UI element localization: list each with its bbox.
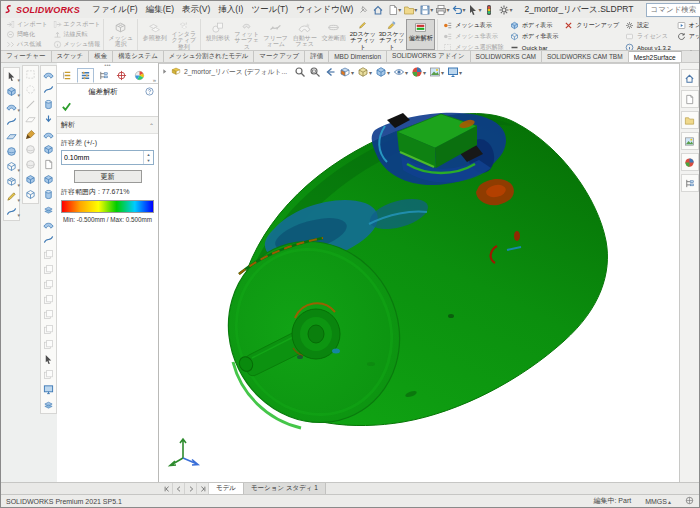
ribbon-button-meshshow-00[interactable]: メッシュ表示 — [443, 21, 504, 30]
home-icon[interactable] — [370, 3, 385, 17]
sketch-tool-4-brush-icon[interactable] — [23, 127, 38, 142]
feature-tool-22-layers-icon[interactable] — [41, 397, 56, 412]
menu-item-5[interactable]: ウィンドウ(W) — [292, 4, 357, 16]
menu-item-2[interactable]: 表示(V) — [178, 4, 214, 16]
feature-tool-9-layers-icon[interactable] — [41, 202, 56, 217]
rebuild-icon[interactable] — [481, 3, 496, 17]
collapse-chevron-icon[interactable]: ⌃ — [149, 122, 154, 129]
ribbon-tab-11[interactable]: Mesh2Surface — [629, 51, 682, 62]
ribbon-button-gear-30[interactable]: 設定 — [625, 21, 671, 30]
m2s-tool-8-pencil2d-icon[interactable]: ▾ — [4, 189, 19, 204]
hide-show-items-icon[interactable]: ▾ — [393, 66, 408, 78]
zoom-fit-icon[interactable] — [294, 66, 306, 78]
feature-tool-2-cylinder-icon[interactable] — [41, 97, 56, 112]
m2s-tool-9-curve-icon[interactable]: ▾ — [4, 204, 19, 219]
section-view-icon[interactable]: ▾ — [339, 66, 354, 78]
model-tab-0[interactable]: モデル — [209, 483, 244, 494]
m2s-tool-2-surface-icon[interactable]: ▾ — [4, 99, 19, 114]
graphics-viewport[interactable]: 2_mortor_リバース (デフォルト... ▾▾▾▾▾▾▾ — [159, 63, 681, 482]
feature-tool-7-cube-icon[interactable] — [41, 172, 56, 187]
appearances-scenes-icon[interactable] — [681, 153, 699, 171]
ribbon-tab-4[interactable]: メッシュ分割されたモデル — [164, 51, 255, 62]
ribbon-button-tutorial-40[interactable]: オンラインチュートリアル — [677, 21, 699, 30]
dimxpert-tab[interactable] — [113, 68, 130, 83]
pm-help-icon[interactable] — [145, 87, 154, 97]
previous-view-icon[interactable] — [324, 66, 336, 78]
sw-resources-icon[interactable] — [681, 69, 699, 87]
menu-item-3[interactable]: 挿入(I) — [214, 4, 247, 16]
sketch-tool-7-cube-icon[interactable] — [23, 172, 38, 187]
menu-item-4[interactable]: ツール(T) — [247, 4, 292, 16]
stepper-down-icon[interactable]: ▼ — [144, 158, 153, 165]
zoom-area-icon[interactable] — [309, 66, 321, 78]
ribbon-button-cleanup-20[interactable]: クリーンアップ — [564, 21, 619, 30]
document-tab[interactable]: 2_mortor_リバース (デフォルト... — [161, 66, 287, 77]
ribbon-button-about-32[interactable]: About v1.3.2 — [625, 43, 671, 50]
units-selector[interactable]: MMGS ▴ — [645, 498, 671, 505]
feature-tool-19-cursor-icon[interactable] — [41, 352, 56, 367]
pm-section-analysis[interactable]: 解析 ⌃ — [57, 117, 158, 134]
last-tab-button[interactable] — [197, 483, 209, 494]
flyout-tree-arrow-icon[interactable] — [161, 68, 168, 75]
feature-tool-6-doc-icon[interactable] — [41, 157, 56, 172]
pm-tabs-overflow[interactable]: » — [153, 77, 156, 83]
ribbon-tab-3[interactable]: 構造システム — [113, 51, 164, 62]
m2s-tool-3-curve-icon[interactable] — [4, 114, 19, 129]
prev-tab-button[interactable] — [173, 483, 185, 494]
options-icon-caret[interactable]: ▾ — [509, 6, 512, 13]
units-caret-icon[interactable]: ▴ — [668, 498, 671, 505]
ribbon-tab-9[interactable]: SOLIDWORKS CAM — [471, 51, 542, 62]
design-library-icon[interactable] — [681, 90, 699, 108]
m2s-tool-6-wirecube-icon[interactable]: ▾ — [4, 159, 19, 174]
ribbon-button-wirecube-11[interactable]: ボディ非表示 — [510, 32, 558, 41]
feature-tool-11-curve-icon[interactable] — [41, 232, 56, 247]
property-manager-tab[interactable] — [77, 68, 94, 83]
ribbon-button-pencil3d[interactable]: 3Dスケッチフィット — [377, 19, 406, 50]
ribbon-tab-5[interactable]: マークアップ — [254, 51, 305, 62]
m2s-tool-0-cursor-icon[interactable]: ▾ — [4, 69, 19, 84]
sketch-tool-8-wirecube-icon[interactable] — [23, 187, 38, 202]
ribbon-tab-7[interactable]: MBD Dimension — [329, 51, 387, 62]
menu-item-0[interactable]: ファイル(F) — [88, 4, 142, 16]
update-button[interactable]: 更新 — [74, 170, 142, 183]
tolerance-input[interactable] — [62, 151, 143, 164]
pm-ok-button[interactable] — [61, 101, 72, 113]
feature-tool-10-surface-icon[interactable] — [41, 217, 56, 232]
view-settings-icon[interactable]: ▾ — [447, 66, 462, 78]
menu-pin-icon[interactable] — [359, 3, 368, 17]
feature-tree-tab[interactable] — [59, 68, 76, 83]
file-explorer-icon[interactable] — [681, 111, 699, 129]
view-orientation-icon[interactable]: ▾ — [357, 66, 372, 78]
m2s-tool-1-cube-icon[interactable]: ▾ — [4, 84, 19, 99]
ribbon-tab-0[interactable]: フィーチャー — [1, 51, 52, 62]
ribbon-button-cube-10[interactable]: ボディ表示 — [510, 21, 558, 30]
feature-tool-5-cube-icon[interactable] — [41, 142, 56, 157]
apply-scene-icon[interactable]: ▾ — [429, 66, 444, 78]
m2s-tool-4-plane-icon[interactable] — [4, 129, 19, 144]
ribbon-button-pencil2d[interactable]: 2Dスケッチフィット — [348, 19, 377, 50]
feature-tool-21-monitor-icon[interactable] — [41, 382, 56, 397]
document-tab-label[interactable]: 2_mortor_リバース (デフォルト... — [184, 67, 287, 77]
feature-tool-4-surface-icon[interactable] — [41, 127, 56, 142]
model-tab-1[interactable]: モーション スタディ 1 — [244, 483, 326, 494]
display-manager-tab[interactable] — [131, 68, 148, 83]
view-palette-icon[interactable] — [681, 132, 699, 150]
feature-tool-0-surface-icon[interactable] — [41, 67, 56, 82]
ribbon-button-deviation[interactable]: 偏差解析 — [406, 19, 435, 50]
tag-icon[interactable] — [685, 496, 694, 506]
custom-properties-icon[interactable] — [681, 174, 699, 192]
first-tab-button[interactable] — [161, 483, 173, 494]
ribbon-button-refresh-41[interactable]: アップデートチェック — [677, 32, 699, 41]
ribbon-tab-6[interactable]: 評価 — [305, 51, 329, 62]
ribbon-button-quickbar-12[interactable]: Quick bar — [510, 43, 558, 50]
ribbon-tab-1[interactable]: スケッチ — [52, 51, 90, 62]
menu-item-1[interactable]: 編集(E) — [142, 4, 178, 16]
feature-tool-3-arrowdn-icon[interactable] — [41, 112, 56, 127]
m2s-tool-5-sphere-icon[interactable] — [4, 144, 19, 159]
search-input[interactable] — [649, 4, 700, 15]
command-search-box[interactable]: ▾ — [646, 3, 700, 17]
feature-tool-1-curve-icon[interactable] — [41, 82, 56, 97]
ribbon-tab-10[interactable]: SOLIDWORKS CAM TBM — [542, 51, 629, 62]
edit-appearance-icon[interactable]: ▾ — [411, 66, 426, 78]
configurations-tab[interactable] — [95, 68, 112, 83]
